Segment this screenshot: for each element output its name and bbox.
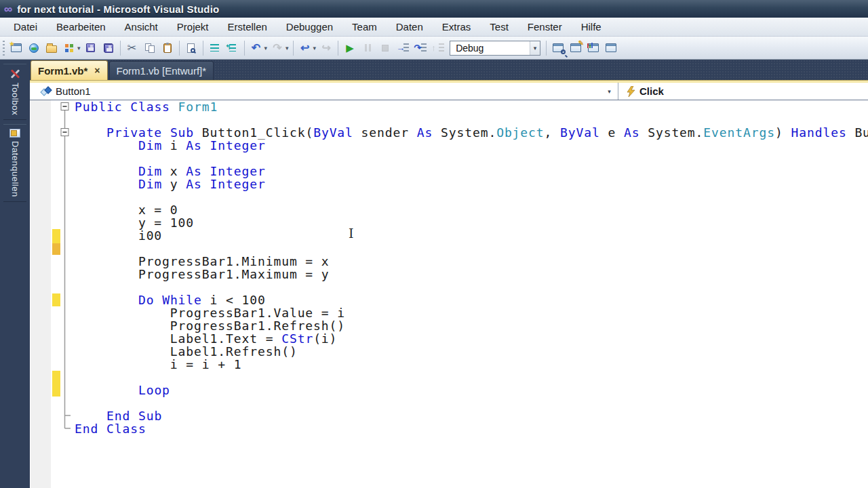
extra-window-icon[interactable] [603, 40, 619, 56]
code-line: Do While i < 100 [75, 293, 868, 306]
text-cursor-ibeam: I [349, 226, 354, 241]
code-line: y = 100 [75, 216, 868, 229]
toolbar-separator [244, 41, 245, 56]
code-line: Dim y As Integer [75, 178, 868, 190]
uncomment-lines-icon[interactable]: ↰ [224, 40, 241, 56]
add-item-dropdown-icon[interactable]: ▾ [77, 45, 81, 52]
start-debugging-icon[interactable]: ▶ [342, 40, 358, 56]
code-line: i = i + 1 [75, 358, 868, 371]
code-line [75, 152, 868, 165]
code-line: Label1.Text = CStr(i) [75, 332, 868, 345]
debug-combo-dropdown-icon[interactable]: ▾ [530, 41, 540, 55]
menu-item[interactable]: Fenster [518, 19, 572, 35]
code-line [75, 190, 868, 203]
window-title: for next tutorial - Microsoft Visual Stu… [17, 3, 219, 15]
document-area: Form1.vb* × Form1.vb [Entwurf]* Button1 … [30, 60, 868, 488]
navigate-forward-icon[interactable]: ↪ [318, 40, 334, 56]
code-line: ProgressBar1.Minimum = x [75, 255, 868, 268]
navigate-backward-icon[interactable]: ↩ [297, 40, 313, 56]
code-line: Label1.Refresh() [75, 345, 868, 358]
object-combo-value: Button1 [56, 85, 91, 97]
event-lightning-icon [627, 86, 635, 97]
navigate-backward-dropdown-icon[interactable]: ▾ [313, 45, 317, 52]
window-titlebar: ∞ for next tutorial - Microsoft Visual S… [0, 0, 868, 18]
copy-icon[interactable] [142, 40, 158, 56]
toolbar-grip[interactable] [3, 41, 5, 56]
redo-icon[interactable]: ↷ [269, 40, 285, 56]
solution-configurations-combo[interactable]: Debug ▾ [450, 41, 540, 56]
object-diamond-icon [41, 87, 52, 96]
menu-item[interactable]: Test [480, 19, 518, 35]
toolbar-separator [293, 41, 294, 56]
debug-combo-value: Debug [450, 43, 530, 54]
chevron-down-icon[interactable]: ▾ [604, 85, 615, 97]
toolbox-icon [9, 68, 20, 79]
menu-item[interactable]: Ansicht [115, 19, 167, 35]
code-text: Public Class Form1 Private Sub Button1_C… [30, 100, 868, 435]
code-line [75, 113, 868, 126]
code-line: Loop [75, 384, 868, 396]
sidebar-item-label: Datenquellen [10, 141, 20, 197]
menu-item[interactable]: Daten [387, 19, 433, 35]
sidebar-item-label: Toolbox [10, 83, 20, 115]
menu-item[interactable]: Bearbeiten [47, 19, 115, 35]
toolbar-separator [338, 41, 338, 56]
menu-item[interactable]: Hilfe [572, 19, 611, 35]
code-line: End Sub [75, 409, 868, 422]
code-line: x = 0 [75, 203, 868, 216]
sidebar-item-datenquellen[interactable]: Datenquellen [3, 124, 26, 202]
save-all-icon[interactable] [100, 40, 117, 56]
toolbar-separator [546, 41, 547, 56]
paste-icon[interactable] [159, 40, 176, 56]
tab-form1-designer[interactable]: Form1.vb [Entwurf]* [109, 61, 214, 80]
code-line: End Class [75, 422, 868, 435]
code-line [75, 281, 868, 293]
new-project-icon[interactable]: ★ [8, 40, 24, 56]
cut-icon[interactable]: ✂ [124, 40, 140, 56]
sidebar-item-toolbox[interactable]: Toolbox [3, 64, 26, 120]
menu-item[interactable]: Datei [4, 19, 47, 35]
toolbar-separator [203, 41, 203, 56]
find-symbol-icon[interactable] [550, 40, 566, 56]
redo-dropdown-icon[interactable]: ▾ [285, 45, 289, 52]
find-in-files-icon[interactable] [183, 40, 199, 56]
menu-item[interactable]: Debuggen [277, 19, 342, 35]
step-into-icon[interactable]: → [395, 40, 411, 56]
stop-debugging-icon[interactable] [377, 40, 393, 56]
code-line: Dim x As Integer [75, 165, 868, 178]
save-icon[interactable] [83, 40, 99, 56]
toolbar-separator [179, 41, 180, 56]
menu-item[interactable]: Team [342, 19, 387, 35]
menu-item[interactable]: Extras [433, 19, 481, 35]
data-sources-icon [9, 129, 20, 138]
menu-item[interactable]: Projekt [167, 19, 218, 35]
editor-navigation-bar: Button1 ▾ Click [30, 83, 868, 100]
code-line [75, 396, 868, 409]
code-editor[interactable]: Public Class Form1 Private Sub Button1_C… [30, 100, 868, 488]
break-all-icon[interactable] [359, 40, 376, 56]
undo-icon[interactable]: ↶ [248, 40, 264, 56]
properties-window-icon[interactable]: ✎ [568, 40, 584, 56]
tab-label: Form1.vb* [38, 65, 87, 77]
code-line: Private Sub Button1_Click(ByVal sender A… [75, 126, 868, 139]
undo-dropdown-icon[interactable]: ▾ [264, 45, 268, 52]
code-line: ProgressBar1.Maximum = y [75, 268, 868, 281]
close-icon[interactable]: × [94, 65, 100, 76]
visual-studio-logo-icon: ∞ [4, 3, 12, 15]
add-item-icon[interactable] [61, 40, 77, 56]
left-toolwindow-sidebar: Toolbox Datenquellen [0, 60, 30, 488]
step-over-icon[interactable]: ↷ [412, 40, 429, 56]
comment-lines-icon[interactable] [207, 40, 223, 56]
step-out-icon[interactable]: ↑ [430, 40, 446, 56]
code-line: Public Class Form1 [75, 100, 868, 113]
event-combo-value: Click [639, 85, 664, 97]
object-combo[interactable]: Button1 ▾ [30, 83, 618, 100]
tab-form1-code[interactable]: Form1.vb* × [31, 60, 108, 80]
solution-explorer-icon[interactable] [585, 40, 601, 56]
open-file-icon[interactable] [43, 40, 60, 56]
code-line: ProgressBar1.Value = i [75, 306, 868, 319]
new-website-icon[interactable] [26, 40, 42, 56]
menu-bar: DateiBearbeitenAnsichtProjektErstellenDe… [0, 18, 868, 37]
event-combo[interactable]: Click [618, 83, 868, 100]
menu-item[interactable]: Erstellen [218, 19, 276, 35]
